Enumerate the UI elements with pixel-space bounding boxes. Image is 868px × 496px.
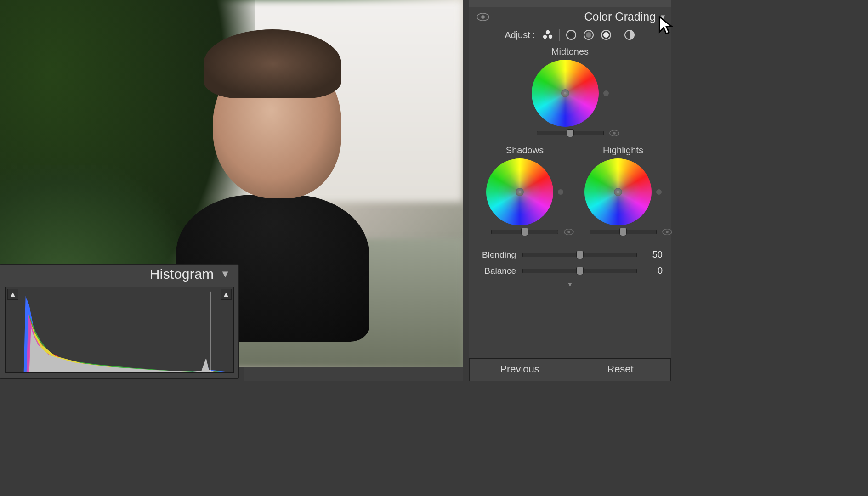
svg-rect-0 [210,292,210,372]
adjust-global-icon[interactable] [624,29,635,41]
balance-label: Balance [477,266,516,276]
highlights-eye-icon[interactable] [662,228,672,236]
chevron-down-icon[interactable]: ▼ [220,268,230,280]
shadows-saturation-dot[interactable] [558,189,563,195]
svg-point-16 [567,231,570,233]
svg-point-9 [586,32,591,38]
svg-point-7 [568,32,574,38]
panel-bottom-chevron-icon[interactable]: ▼ [469,279,671,288]
previous-button[interactable]: Previous [469,359,570,381]
midtones-label: Midtones [469,45,671,60]
color-grading-panel: Color Grading ▼ Adjust : Midtones [469,0,671,381]
panel-visibility-eye-icon[interactable] [477,12,489,22]
blending-slider[interactable] [522,253,637,257]
adjust-highlights-icon[interactable] [600,29,612,41]
blending-row: Blending 50 [477,247,663,263]
shadows-wheel-handle[interactable] [516,188,524,196]
svg-point-4 [543,35,547,39]
svg-point-5 [549,35,552,39]
preview-frame-bottom [244,367,463,381]
adjust-mode-row: Adjust : [469,26,671,45]
histogram-title: Histogram [150,266,214,282]
shadows-luminance-slider[interactable] [491,230,558,234]
midtones-color-wheel[interactable] [532,60,599,127]
histogram-svg [6,287,233,372]
highlights-luminance-slider[interactable] [590,230,657,234]
svg-point-18 [666,231,669,233]
previous-panel-divider [469,0,671,7]
panel-title: Color Grading [584,10,658,23]
svg-point-14 [613,132,616,135]
adjust-3way-icon[interactable] [542,29,554,41]
svg-point-11 [603,32,609,38]
balance-row: Balance 0 [477,263,663,279]
blending-label: Blending [477,250,516,260]
balance-slider[interactable] [522,269,637,273]
blending-value[interactable]: 50 [643,249,663,260]
shadows-color-wheel[interactable] [486,158,553,225]
highlights-label: Highlights [603,144,643,158]
reset-button[interactable]: Reset [570,359,671,381]
midtones-luminance-slider[interactable] [537,131,604,135]
midtones-wheel-handle[interactable] [561,89,569,97]
midtones-saturation-dot[interactable] [603,90,609,96]
highlights-saturation-dot[interactable] [656,189,662,195]
adjust-label: Adjust : [505,30,535,40]
panel-collapse-chevron-icon[interactable]: ▼ [658,13,669,21]
highlights-color-wheel[interactable] [584,158,652,225]
highlights-wheel-handle[interactable] [614,188,622,196]
midtones-eye-icon[interactable] [609,130,619,137]
shadows-eye-icon[interactable] [564,228,574,236]
svg-point-2 [481,15,485,19]
histogram-panel: Histogram ▼ ▲ ▲ [0,264,239,379]
adjust-midtones-icon[interactable] [583,29,595,41]
adjust-shadows-icon[interactable] [565,29,577,41]
shadows-label: Shadows [506,144,544,158]
histogram-graph[interactable]: ▲ ▲ [5,287,234,373]
balance-value[interactable]: 0 [643,265,663,276]
svg-point-3 [546,30,550,34]
